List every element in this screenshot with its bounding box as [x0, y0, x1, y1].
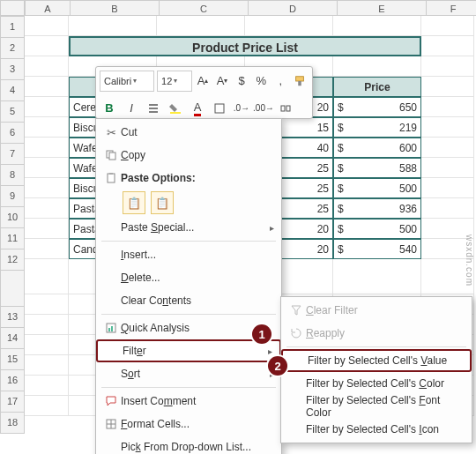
percent-icon[interactable]: % — [253, 71, 270, 91]
italic-button[interactable]: I — [122, 99, 141, 118]
menu-format-cells[interactable]: Format Cells... — [96, 413, 281, 435]
submenu-filter-by-icon[interactable]: Filter by Selected Cell's Icon — [281, 418, 472, 441]
submenu-filter-by-color[interactable]: Filter by Selected Cell's Color — [281, 372, 472, 395]
cell[interactable] — [421, 77, 474, 97]
decrease-decimal-icon[interactable]: .00→ — [254, 99, 273, 118]
row-header-3[interactable]: 3 — [0, 59, 25, 80]
cell[interactable] — [25, 355, 69, 376]
row-header-16[interactable]: 16 — [0, 370, 25, 391]
cell[interactable]: $540 — [333, 239, 421, 259]
cell[interactable] — [25, 178, 69, 198]
row-header-5[interactable]: 5 — [0, 101, 25, 123]
cell[interactable] — [25, 315, 69, 335]
cell[interactable] — [25, 239, 69, 259]
cell[interactable]: $500 — [333, 219, 421, 239]
cell[interactable] — [25, 138, 69, 158]
cell[interactable] — [421, 97, 474, 117]
cell[interactable] — [421, 158, 474, 178]
cell[interactable] — [421, 117, 474, 138]
menu-paste-special[interactable]: Paste Special...▸ — [96, 216, 281, 239]
row-header-10[interactable]: 10 — [0, 207, 25, 228]
title-cell[interactable]: Product Price List — [69, 36, 421, 56]
row-header-15[interactable]: 15 — [0, 349, 25, 370]
menu-sort[interactable]: Sort▸ — [96, 362, 281, 385]
menu-clear-contents[interactable]: Clear Contents — [96, 289, 281, 312]
cell[interactable] — [421, 56, 474, 77]
cell[interactable] — [25, 56, 69, 77]
font-size-combo[interactable]: 12▾ — [157, 71, 191, 92]
menu-insert[interactable]: Insert... — [96, 243, 281, 266]
menu-copy[interactable]: CCopyopy — [96, 144, 281, 167]
cell[interactable] — [25, 259, 69, 294]
cell[interactable] — [25, 36, 69, 56]
font-name-combo[interactable]: Calibri▾ — [100, 71, 154, 92]
row-header-7[interactable]: 7 — [0, 144, 25, 165]
cell[interactable] — [333, 56, 421, 77]
cell[interactable]: $600 — [333, 138, 421, 158]
row-header-blank[interactable] — [0, 271, 25, 307]
cell[interactable] — [25, 294, 69, 315]
cell[interactable] — [25, 198, 69, 219]
cell[interactable] — [421, 178, 474, 198]
bold-button[interactable]: B — [100, 99, 119, 118]
increase-font-icon[interactable]: A▴ — [195, 71, 212, 91]
cell[interactable] — [25, 396, 69, 416]
col-header-C[interactable]: C — [160, 0, 249, 16]
cell[interactable]: $936 — [333, 198, 421, 219]
submenu-filter-by-font-color[interactable]: Filter by Selected Cell's Font Color — [281, 395, 472, 418]
cell[interactable]: $588 — [333, 158, 421, 178]
row-header-1[interactable]: 1 — [0, 16, 25, 38]
paste-option-1[interactable]: 📋 — [123, 191, 145, 214]
increase-decimal-icon[interactable]: .0→ — [232, 99, 251, 118]
row-header-6[interactable]: 6 — [0, 123, 25, 144]
cell[interactable] — [421, 36, 474, 56]
align-icon[interactable] — [144, 99, 163, 118]
row-header-18[interactable]: 18 — [0, 413, 25, 434]
cell[interactable] — [25, 376, 69, 396]
cell[interactable] — [333, 259, 421, 294]
cell[interactable] — [25, 77, 69, 97]
font-color-icon[interactable]: A — [188, 99, 207, 118]
row-header-2[interactable]: 2 — [0, 38, 25, 59]
row-header-9[interactable]: 9 — [0, 186, 25, 207]
row-header-14[interactable]: 14 — [0, 328, 25, 349]
cell[interactable] — [25, 97, 69, 117]
format-painter-icon[interactable] — [292, 71, 309, 91]
cell[interactable]: $500 — [333, 178, 421, 198]
row-header-17[interactable]: 17 — [0, 391, 25, 413]
cell[interactable] — [25, 16, 69, 36]
menu-delete[interactable]: Delete... — [96, 266, 281, 289]
col-header-D[interactable]: D — [249, 0, 338, 16]
col-header-A[interactable]: A — [25, 0, 71, 16]
cell[interactable] — [421, 16, 474, 36]
col-header-E[interactable]: E — [338, 0, 427, 16]
submenu-filter-by-value[interactable]: Filter by Selected Cell's Value — [281, 349, 472, 372]
row-header-8[interactable]: 8 — [0, 165, 25, 186]
row-header-13[interactable]: 13 — [0, 307, 25, 328]
cell[interactable] — [25, 158, 69, 178]
comma-icon[interactable]: , — [272, 71, 289, 91]
cell[interactable] — [25, 117, 69, 138]
cell[interactable]: $219 — [333, 117, 421, 138]
currency-icon[interactable]: $ — [234, 71, 250, 91]
menu-pick-from-list[interactable]: Pick From Drop-down List... — [96, 435, 281, 454]
cell[interactable] — [421, 198, 474, 219]
row-header-4[interactable]: 4 — [0, 80, 25, 101]
fill-color-icon[interactable] — [166, 99, 185, 118]
cell[interactable] — [333, 16, 421, 36]
col-header-B[interactable]: B — [71, 0, 160, 16]
select-all-corner[interactable] — [0, 0, 25, 16]
paste-option-2[interactable]: 📋 — [151, 191, 174, 214]
cell[interactable] — [157, 16, 245, 36]
borders-icon[interactable] — [210, 99, 229, 118]
row-header-11[interactable]: 11 — [0, 228, 25, 249]
cell[interactable] — [69, 16, 157, 36]
menu-filter[interactable]: Filter▸ — [96, 339, 281, 362]
cell[interactable]: Price — [333, 77, 421, 97]
cell[interactable] — [421, 138, 474, 158]
cell[interactable] — [25, 335, 69, 355]
merge-icon[interactable] — [276, 99, 295, 118]
col-header-F[interactable]: F — [427, 0, 476, 16]
cell[interactable] — [25, 219, 69, 239]
cell[interactable]: $650 — [333, 97, 421, 117]
